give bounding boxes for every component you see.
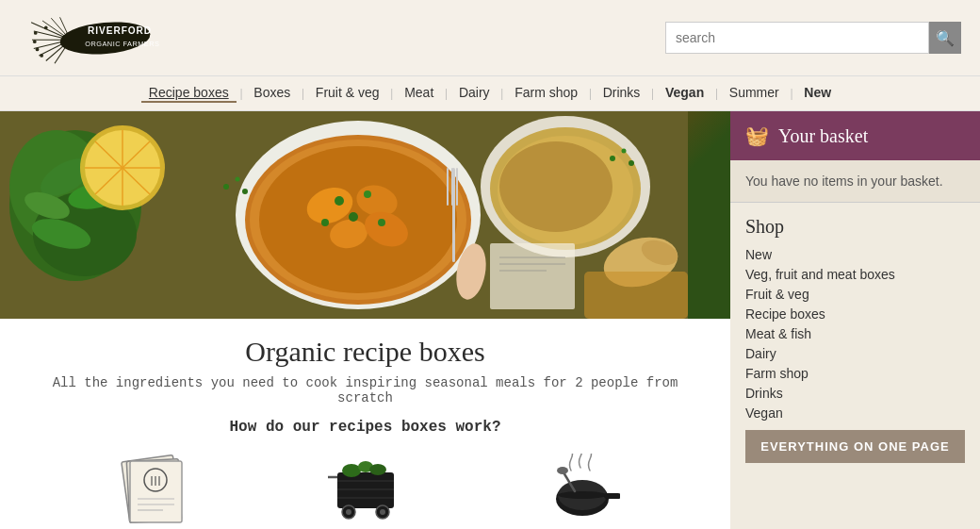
svg-point-42 [364, 190, 371, 198]
svg-rect-64 [584, 272, 688, 319]
svg-point-83 [346, 509, 351, 515]
how-title: How do our recipes boxes work? [28, 419, 702, 436]
nav-item-drinks[interactable]: Drinks [596, 85, 648, 100]
svg-point-12 [33, 40, 37, 43]
svg-point-92 [558, 491, 607, 499]
nav-item-vegan[interactable]: Vegan [658, 85, 711, 100]
shop-link-item: Farm shop [745, 366, 965, 381]
header: RIVERFORD ORGANIC FARMERS 🔍 [0, 0, 980, 76]
shop-link-vegan[interactable]: Vegan [745, 405, 783, 421]
text-section: Organic recipe boxes All the ingredients… [0, 319, 730, 529]
logo: RIVERFORD ORGANIC FARMERS [19, 9, 226, 66]
svg-point-14 [40, 54, 43, 58]
svg-rect-93 [604, 493, 620, 499]
shop-link-dairy[interactable]: Dairy [745, 346, 776, 361]
steps-container: 1 [28, 451, 702, 529]
step-2: 2 [281, 451, 450, 529]
search-button[interactable]: 🔍 [929, 22, 961, 54]
content-left: Organic recipe boxes All the ingredients… [0, 111, 730, 529]
svg-point-11 [34, 31, 38, 35]
svg-point-65 [610, 156, 615, 161]
shop-section: Shop New Veg, fruit and meat boxes Fruit… [730, 203, 980, 476]
shop-link-item: Recipe boxes [745, 306, 965, 322]
svg-point-61 [223, 184, 229, 190]
main-title: Organic recipe boxes [28, 336, 702, 368]
nav-item-dairy[interactable]: Dairy [451, 85, 498, 100]
nav-item-boxes[interactable]: Boxes [246, 85, 298, 100]
svg-rect-49 [456, 168, 458, 206]
basket-empty-message: You have no items in your basket. [745, 174, 943, 189]
svg-point-45 [321, 219, 329, 226]
step-3: 3 [493, 451, 662, 529]
shop-link-veg-boxes[interactable]: Veg, fruit and meat boxes [745, 267, 895, 282]
svg-point-66 [622, 149, 627, 154]
nav-item-recipe-boxes[interactable]: Recipe boxes [141, 85, 237, 100]
shop-link-recipe-boxes[interactable]: Recipe boxes [745, 306, 825, 322]
shop-link-new[interactable]: New [745, 247, 772, 262]
recipe-cards-svg [111, 454, 196, 524]
svg-point-13 [36, 48, 40, 52]
shop-link-item: Veg, fruit and meat boxes [745, 267, 965, 282]
shop-link-drinks[interactable]: Drinks [745, 386, 783, 401]
shop-link-item: Dairy [745, 346, 965, 361]
shop-link-item: Meat & fish [745, 326, 965, 341]
shop-link-item: Fruit & veg [745, 287, 965, 302]
svg-point-53 [499, 141, 612, 232]
main-content: Organic recipe boxes All the ingredients… [0, 111, 980, 529]
nav-item-summer[interactable]: Summer [722, 85, 787, 100]
svg-rect-78 [337, 472, 394, 508]
nav-item-fruit-veg[interactable]: Fruit & veg [308, 85, 387, 100]
shop-link-item: Vegan [745, 405, 965, 421]
step-1: 1 [69, 451, 238, 529]
basket-body: You have no items in your basket. [730, 160, 980, 203]
svg-point-85 [380, 509, 385, 515]
svg-point-10 [44, 26, 48, 30]
svg-point-63 [242, 189, 248, 194]
svg-point-36 [259, 146, 457, 293]
logo-area: RIVERFORD ORGANIC FARMERS [19, 9, 226, 66]
cart-svg [323, 454, 408, 524]
svg-point-62 [236, 177, 240, 182]
svg-text:ORGANIC FARMERS: ORGANIC FARMERS [85, 40, 159, 48]
svg-point-86 [342, 464, 361, 477]
shop-link-item: New [745, 247, 965, 262]
svg-rect-47 [447, 168, 449, 206]
svg-point-44 [378, 219, 385, 226]
shop-link-fruit-veg[interactable]: Fruit & veg [745, 287, 809, 302]
sidebar: 🧺 Your basket You have no items in your … [730, 111, 980, 529]
nav-item-farm-shop[interactable]: Farm shop [507, 85, 585, 100]
navigation: Recipe boxes | Boxes | Fruit & veg | Mea… [0, 76, 980, 111]
shop-links: New Veg, fruit and meat boxes Fruit & ve… [745, 247, 965, 421]
svg-point-41 [335, 196, 344, 206]
hero-image-svg [0, 111, 688, 319]
step-2-icon [323, 451, 408, 526]
svg-point-43 [349, 212, 358, 222]
svg-point-67 [629, 160, 634, 166]
step-3-icon [535, 451, 620, 526]
svg-point-88 [369, 464, 386, 475]
nav-item-new[interactable]: New [796, 85, 839, 100]
svg-point-95 [557, 467, 568, 474]
svg-text:RIVERFORD: RIVERFORD [88, 25, 152, 36]
search-input[interactable] [665, 22, 929, 54]
nav-item-meat[interactable]: Meat [397, 85, 441, 100]
everything-button[interactable]: EVERYTHING ON ONE PAGE [745, 430, 965, 463]
basket-title: Your basket [778, 125, 868, 147]
subtitle: All the ingredients you need to cook ins… [28, 375, 702, 405]
shop-title: Shop [745, 216, 965, 238]
shop-link-farm-shop[interactable]: Farm shop [745, 366, 808, 381]
shop-link-meat-fish[interactable]: Meat & fish [745, 326, 811, 341]
basket-header: 🧺 Your basket [730, 111, 980, 160]
svg-rect-56 [490, 243, 575, 309]
search-icon: 🔍 [936, 29, 955, 47]
basket-icon: 🧺 [745, 124, 769, 147]
step-1-icon [111, 451, 196, 526]
svg-rect-48 [451, 168, 453, 206]
pan-svg [535, 454, 620, 524]
shop-link-item: Drinks [745, 386, 965, 401]
hero-image [0, 111, 730, 319]
search-area: 🔍 [665, 22, 961, 54]
